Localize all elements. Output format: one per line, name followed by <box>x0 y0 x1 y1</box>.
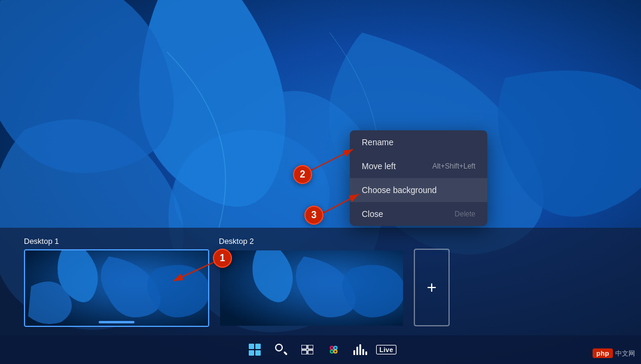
menu-move-left-shortcut: Alt+Shift+Left <box>432 162 475 170</box>
svg-point-14 <box>331 350 334 353</box>
task-view-icon <box>301 345 313 354</box>
desktop-1-preview[interactable] <box>24 249 209 327</box>
svg-point-13 <box>334 347 337 350</box>
php-suffix: 中文网 <box>615 349 635 358</box>
desktop-1-thumbnail[interactable]: Desktop 1 <box>24 237 209 327</box>
windows-logo-icon <box>249 344 261 356</box>
taskbar-slack-button[interactable] <box>322 338 346 362</box>
php-badge-text: php <box>593 348 613 358</box>
svg-rect-10 <box>301 350 307 354</box>
taskbar-live-button[interactable]: Live <box>374 338 398 362</box>
menu-close-label: Close <box>362 209 383 219</box>
menu-item-rename[interactable]: Rename <box>350 130 487 154</box>
live-icon: Live <box>376 345 396 354</box>
menu-move-left-label: Move left <box>362 161 396 171</box>
annotation-2: 2 <box>293 165 312 184</box>
annotation-3: 3 <box>304 206 323 225</box>
svg-point-12 <box>331 347 334 350</box>
desktop-2-thumbnail[interactable]: Desktop 2 <box>219 237 404 327</box>
context-menu: Rename Move left Alt+Shift+Left Choose b… <box>350 130 487 226</box>
taskbar-taskview-button[interactable] <box>295 338 319 362</box>
svg-rect-11 <box>308 350 313 354</box>
menu-rename-label: Rename <box>362 137 393 147</box>
slack-icon <box>328 344 340 356</box>
svg-rect-8 <box>301 345 307 349</box>
add-desktop-button[interactable]: + <box>414 249 450 326</box>
desktop-1-indicator <box>99 321 135 323</box>
taskbar-start-button[interactable] <box>243 338 267 362</box>
php-watermark: php 中文网 <box>593 348 635 358</box>
menu-choose-bg-label: Choose background <box>362 185 437 195</box>
menu-close-shortcut: Delete <box>454 210 475 218</box>
equalizer-icon <box>353 344 368 355</box>
svg-point-15 <box>334 350 337 353</box>
annotation-1: 1 <box>213 249 232 268</box>
desktop-2-preview[interactable] <box>219 249 404 327</box>
menu-item-choose-background[interactable]: Choose background <box>350 178 487 202</box>
svg-rect-9 <box>308 345 313 349</box>
search-icon <box>275 344 287 356</box>
taskbar-equalizer-button[interactable] <box>348 338 372 362</box>
desktop-2-label: Desktop 2 <box>219 237 404 246</box>
task-view-area: Desktop 1 <box>0 228 641 335</box>
taskbar: Live <box>0 335 641 364</box>
menu-item-move-left[interactable]: Move left Alt+Shift+Left <box>350 154 487 178</box>
menu-item-close[interactable]: Close Delete <box>350 202 487 226</box>
desktop-1-label: Desktop 1 <box>24 237 209 246</box>
taskbar-search-button[interactable] <box>269 338 293 362</box>
